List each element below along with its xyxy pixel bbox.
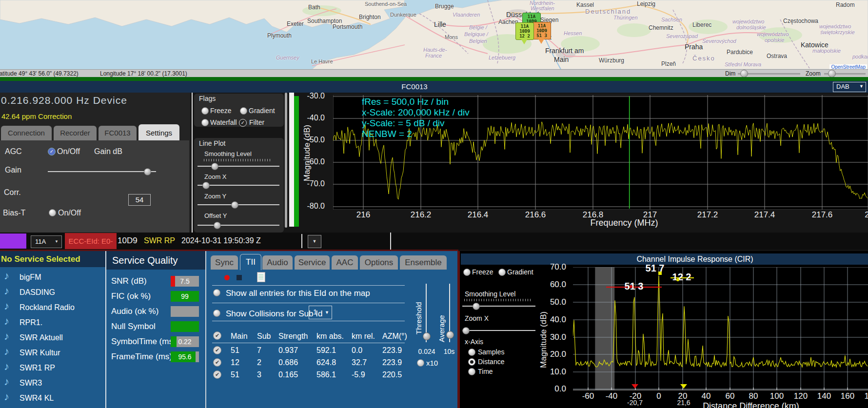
quality-row-label: FIC (ok %) — [111, 291, 151, 301]
zoom-slider-knob[interactable] — [828, 70, 836, 78]
stop-icon[interactable] — [237, 275, 242, 280]
tab-audio[interactable]: Audio — [262, 255, 293, 270]
quality-bar — [171, 306, 199, 317]
cir-xaxis-samples-radio[interactable] — [468, 349, 475, 356]
smoothing-slider-knob[interactable] — [211, 163, 218, 170]
row-check-icon[interactable] — [213, 346, 221, 354]
map[interactable]: BathSouthend-on-SeaBrightonSouthamptonPo… — [0, 0, 868, 69]
map-marker-text: 11A — [516, 24, 533, 29]
offset-y-slider[interactable] — [197, 225, 279, 226]
service-item[interactable]: ♪SWR3 — [0, 377, 102, 391]
row-check-icon[interactable] — [213, 358, 221, 367]
spectrum-annotation: fRes = 500,0 Hz / bin — [362, 97, 449, 107]
map-marker-text: 51 3 — [533, 33, 551, 38]
gain-db-input[interactable]: 54 — [128, 194, 151, 206]
service-item[interactable]: ♪bigFM — [0, 272, 102, 286]
tab-aac[interactable]: AAC — [332, 255, 358, 270]
tab-fc0013[interactable]: FC0013 — [99, 126, 137, 140]
service-item[interactable]: ♪SWR4 KL — [0, 392, 102, 407]
table-cell: 7 — [257, 346, 261, 355]
table-cell: 51 — [231, 346, 239, 355]
waterfall-radio[interactable] — [201, 119, 209, 126]
cir-zoom-x-slider[interactable] — [462, 330, 535, 331]
service-item[interactable]: ♪RPR1. — [0, 317, 102, 331]
map-label: Brighton — [359, 14, 381, 20]
cir-zoom-x-slider-knob[interactable] — [462, 327, 470, 334]
gain-slider[interactable] — [48, 171, 156, 172]
zoom-y-slider-knob[interactable] — [231, 201, 238, 209]
map-label: Southend-on-Sea — [365, 1, 407, 7]
vertical-scrollbar[interactable] — [285, 93, 287, 228]
cir-smoothing-slider-knob[interactable] — [473, 303, 480, 310]
cir-freeze-radio[interactable] — [463, 269, 471, 276]
mode-select[interactable]: DAB ▼ — [833, 82, 866, 92]
map-marker[interactable]: 11A10D951 3 — [533, 22, 551, 39]
cir-gradient-radio[interactable] — [498, 269, 506, 276]
service-item[interactable]: ♪SWR1 RP — [0, 362, 102, 376]
map-marker-text: 10D9 — [533, 28, 551, 33]
map-label: Střední Morava — [725, 61, 761, 67]
marker-triangle-icon — [631, 384, 638, 392]
offset-y-slider-knob[interactable] — [214, 222, 221, 229]
receiver-title-bar: FC0013 DAB ▼ — [0, 81, 868, 93]
quality-value: 7.5 — [171, 277, 199, 285]
tab-settings[interactable]: Settings — [138, 124, 179, 140]
tab-sync[interactable]: Sync — [211, 255, 238, 270]
sub-id-select[interactable]: 1 ▼ — [309, 306, 332, 319]
peak-dot — [630, 285, 632, 288]
tab-service[interactable]: Service — [295, 255, 330, 270]
service-item[interactable]: ♪DASDING — [0, 287, 102, 301]
cir-freeze-label: Freeze — [472, 268, 493, 276]
service-item[interactable]: ♪Rockland Radio — [0, 302, 102, 316]
receiver-section: 0.216.928.000 Hz Device 42.64 ppm Correc… — [0, 93, 868, 233]
zoom-x-slider[interactable] — [197, 185, 279, 186]
tab-recorder[interactable]: Recorder — [54, 126, 97, 140]
gradient-radio[interactable] — [240, 107, 247, 115]
panel-splitter[interactable] — [192, 93, 193, 233]
threshold-slider-knob[interactable] — [423, 332, 431, 340]
x10-radio[interactable] — [417, 359, 424, 367]
map-marker[interactable]: 11A10D912 2 — [515, 22, 534, 40]
channel-select[interactable]: 11A ▼ — [31, 235, 62, 248]
table-row[interactable]: 1220.686624.832.7223.9 — [206, 357, 406, 369]
zoom-y-slider[interactable] — [197, 204, 279, 205]
filter-checkbox[interactable] — [239, 119, 247, 127]
service-item[interactable]: ♪SWR Kultur — [0, 347, 102, 361]
table-row[interactable]: 5130.165586.1-5.9220.5 — [206, 369, 406, 381]
service-name: DASDING — [20, 288, 55, 297]
row-check-icon[interactable] — [213, 370, 221, 379]
expand-dropdown-button[interactable]: ▼ — [308, 235, 321, 248]
freeze-radio[interactable] — [201, 107, 209, 115]
document-icon[interactable] — [257, 272, 265, 282]
map-label: Belgique / — [464, 31, 488, 37]
zoom-x-slider-knob[interactable] — [202, 182, 210, 189]
average-slider-knob[interactable] — [446, 331, 454, 339]
tab-tii[interactable]: TII — [240, 254, 261, 270]
service-item[interactable]: ♪SWR Aktuell — [0, 332, 102, 346]
dim-label: Dim — [725, 70, 735, 77]
gain-db-label: Gain dB — [94, 147, 122, 156]
tab-connection[interactable]: Connection — [1, 126, 52, 140]
dim-slider-knob[interactable] — [740, 70, 748, 78]
select-all-check-icon[interactable] — [213, 331, 221, 340]
show-collisions-radio[interactable] — [213, 310, 220, 317]
quality-value: 99 — [171, 292, 199, 300]
tab-ensemble[interactable]: Ensemble — [400, 255, 447, 270]
service-name: bigFM — [20, 273, 41, 282]
record-icon[interactable] — [224, 275, 230, 280]
cir-xaxis-distance-radio[interactable] — [468, 358, 475, 366]
table-cell: 0.937 — [278, 346, 298, 355]
agc-checkbox[interactable] — [48, 148, 56, 155]
show-all-entries-radio[interactable] — [213, 289, 220, 296]
smoothing-slider[interactable] — [197, 166, 279, 167]
table-cell: 220.5 — [382, 370, 402, 379]
tab-options[interactable]: Options — [360, 255, 398, 270]
quality-value: 0.22 — [171, 338, 199, 346]
table-row[interactable]: 5170.937592.10.0223.9 — [206, 345, 406, 357]
bias-t-radio[interactable] — [49, 209, 56, 216]
table-cell: 0.0 — [352, 346, 362, 355]
receiver-title: FC0013 — [390, 82, 439, 91]
osm-attribution-link[interactable]: OpenStreetMap — [829, 64, 867, 69]
gain-slider-knob[interactable] — [144, 168, 151, 175]
cir-xaxis-time-radio[interactable] — [468, 368, 475, 375]
